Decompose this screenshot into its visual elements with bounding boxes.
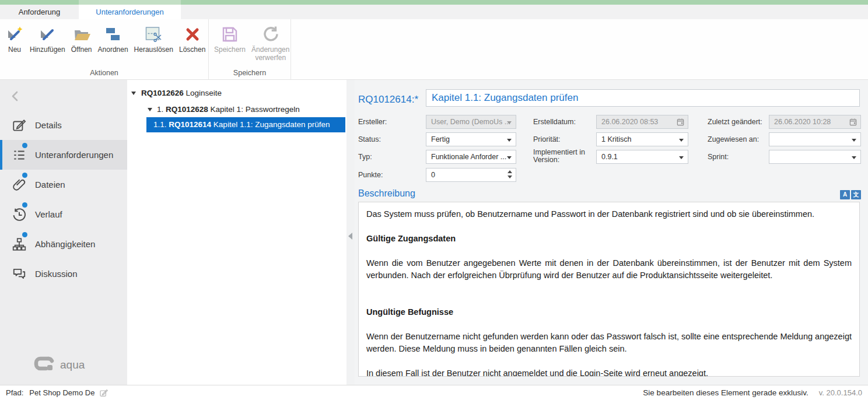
description-paragraph <box>366 355 852 367</box>
toolbar-group-aktionen: Neu Hinzufügen Öffnen Anordnen Herauslös… <box>0 19 209 79</box>
tab-unteranforderungen[interactable]: Unteranforderungen <box>79 5 181 19</box>
ersteller-value: User, Demo (DemoUs ... <box>431 118 510 126</box>
new-wand-icon <box>5 25 24 44</box>
pfad-value: Pet Shop Demo De <box>29 388 94 397</box>
title-input[interactable]: Kapitel 1.1: Zugangsdaten prüfen <box>426 89 860 107</box>
translate-button[interactable]: A 文 <box>840 190 861 199</box>
aenderungen-verwerfen-button[interactable]: Änderungen verwerfen <box>249 25 292 62</box>
ersteller-label: Ersteller: <box>358 115 387 129</box>
oeffnen-button-label: Öffnen <box>71 45 92 54</box>
sidebar-item-verlauf[interactable]: Verlauf <box>0 199 127 229</box>
expander-icon[interactable] <box>131 92 136 95</box>
translate-a-icon: A <box>840 190 850 199</box>
zuletzt-geaendert-label: Zuletzt geändert: <box>708 115 762 129</box>
status-dropdown[interactable]: Fertig <box>426 132 516 146</box>
speichern-button[interactable]: Speichern <box>211 25 249 54</box>
translate-lang-icon: 文 <box>851 190 861 199</box>
collapse-left-icon[interactable] <box>348 233 352 240</box>
tree-item-rq1012614-selected[interactable]: 1.1. RQ1012614 Kapitel 1.1: Zugangsdaten… <box>127 117 346 132</box>
exclusive-edit-message: Sie bearbeiten dieses Element gerade exk… <box>643 388 808 397</box>
badge-dot <box>22 202 27 208</box>
version-label: v. 20.0.154.0 <box>819 388 862 397</box>
beschreibung-editor[interactable]: Das System muss prüfen, ob Benutzername … <box>358 202 860 377</box>
anordnen-button-label: Anordnen <box>98 45 128 54</box>
tree-item-prefix: 1. <box>157 105 166 114</box>
hinzufuegen-button[interactable]: Hinzufügen <box>27 25 68 54</box>
zugewiesen-an-dropdown[interactable] <box>769 132 861 146</box>
description-paragraph: Gültige Zugangsdaten <box>366 233 852 245</box>
aqua-logo: aqua <box>33 355 85 375</box>
speichern-button-label: Speichern <box>214 45 246 54</box>
zuletzt-geaendert-field[interactable]: 26.06.2020 10:28 <box>769 115 861 129</box>
pfad-label: Pfad: <box>6 388 23 397</box>
tree-item-prefix: 1.1. <box>153 120 169 129</box>
status-value: Fertig <box>431 135 450 143</box>
typ-value: Funktionale Anforder ... <box>431 153 506 161</box>
description-paragraph <box>366 294 852 306</box>
punkte-label: Punkte: <box>358 168 383 182</box>
herausloesen-button[interactable]: Herauslösen <box>131 25 176 54</box>
sidebar-item-dateien[interactable]: Dateien <box>0 170 127 199</box>
hinzufuegen-button-label: Hinzufügen <box>30 45 65 54</box>
sidebar: Details Unteranforderungen Dateien Verla… <box>0 80 127 385</box>
tree-item-rq1012626[interactable]: RQ1012626 Loginseite <box>127 86 346 101</box>
chat-icon <box>12 266 27 282</box>
sidebar-item-label: Abhängigkeiten <box>35 229 95 259</box>
group-label-aktionen: Aktionen <box>0 69 208 77</box>
erstelldatum-field[interactable]: 26.06.2020 08:53 <box>596 115 688 129</box>
typ-dropdown[interactable]: Funktionale Anforder ... <box>426 150 516 164</box>
save-floppy-icon <box>220 25 239 44</box>
badge-dot <box>22 143 27 148</box>
sprint-dropdown[interactable] <box>769 150 861 164</box>
implementiert-in-version-dropdown[interactable]: 0.9.1 <box>596 150 688 164</box>
hierarchy-icon <box>12 237 27 252</box>
spinner-arrows-icon[interactable] <box>508 170 512 178</box>
status-bar: Pfad: Pet Shop Demo De Sie bearbeiten di… <box>0 385 868 400</box>
chevron-down-icon <box>679 139 684 142</box>
description-paragraph: In diesem Fall ist der Benutzer nicht an… <box>366 367 852 377</box>
group-label-speichern: Speichern <box>209 69 290 77</box>
erstelldatum-value: 26.06.2020 08:53 <box>601 118 658 126</box>
description-paragraph: Wenn die vom Benutzer angegebenen Werte … <box>366 257 852 282</box>
edit-path-icon[interactable] <box>99 388 108 398</box>
top-accent-strip-active <box>79 0 181 5</box>
beschreibung-header: Beschreibung <box>358 188 415 199</box>
loeschen-button[interactable]: Löschen <box>176 25 208 54</box>
tree-item-id: RQ1012626 <box>141 89 184 97</box>
tree-item-rq1012628[interactable]: 1. RQ1012628 Kapitel 1: Passwortregeln <box>127 102 346 117</box>
chevron-down-icon <box>507 156 512 159</box>
punkte-stepper[interactable]: 0 <box>426 168 516 182</box>
panel-splitter[interactable] <box>346 80 355 385</box>
expander-icon[interactable] <box>148 108 152 111</box>
oeffnen-button[interactable]: Öffnen <box>68 25 95 54</box>
description-paragraph: Das System muss prüfen, ob Benutzername … <box>366 208 852 220</box>
neu-button-label: Neu <box>8 45 21 54</box>
aqua-logo-text: aqua <box>60 359 85 371</box>
edit-details-icon <box>12 118 27 133</box>
tree-item-id: RQ1012628 <box>166 105 208 114</box>
anordnen-button[interactable]: Anordnen <box>95 25 131 54</box>
neu-button[interactable]: Neu <box>2 25 27 54</box>
loeschen-button-label: Löschen <box>179 45 205 54</box>
ersteller-dropdown[interactable]: User, Demo (DemoUs ... <box>426 115 516 129</box>
sidebar-item-abhaengigkeiten[interactable]: Abhängigkeiten <box>0 229 127 259</box>
add-pen-icon <box>38 25 57 44</box>
tree-item-id: RQ1012614 <box>169 120 211 129</box>
tab-anforderung[interactable]: Anforderung <box>0 5 79 19</box>
description-paragraph <box>366 282 852 294</box>
prioritaet-value: 1 Kritisch <box>601 135 631 143</box>
tree-item-title: Kapitel 1.1: Zugangsdaten prüfen <box>214 120 330 129</box>
sidebar-item-unteranforderungen[interactable]: Unteranforderungen <box>0 140 127 170</box>
sidebar-collapse-button[interactable] <box>8 89 22 103</box>
implementiert-in-version-value: 0.9.1 <box>601 153 618 161</box>
sidebar-item-label: Verlauf <box>35 199 62 229</box>
prioritaet-dropdown[interactable]: 1 Kritisch <box>596 132 688 146</box>
badge-dot <box>22 173 27 178</box>
tree-item-title: Loginseite <box>186 89 222 97</box>
sidebar-item-details[interactable]: Details <box>0 110 127 140</box>
requirement-id-label: RQ1012614:* <box>358 94 418 106</box>
undo-arrow-icon <box>261 25 280 44</box>
punkte-value: 0 <box>431 171 435 179</box>
aqua-logo-icon <box>33 355 56 375</box>
sidebar-item-diskussion[interactable]: Diskussion <box>0 259 127 289</box>
